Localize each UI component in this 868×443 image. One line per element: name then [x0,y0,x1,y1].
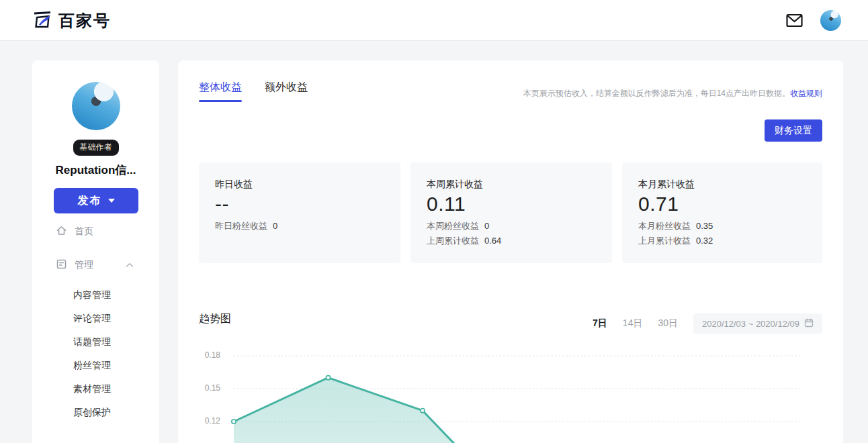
manage-doc-icon [56,258,67,273]
stat-card-yesterday: 昨日收益 -- 昨日粉丝收益0 [199,162,400,263]
baijiahao-logo[interactable]: 百家号 [32,9,111,32]
stat-subrow: 本月粉丝收益0.35 [638,219,713,234]
income-rules-link[interactable]: 收益规则 [790,89,822,98]
subrow-value: 0 [484,221,489,231]
sidebar-item-content-manage[interactable]: 内容管理 [32,288,159,301]
y-axis-tick: 0.18 [190,350,220,360]
stat-subrow: 上月累计收益0.32 [638,234,713,248]
tab-label: 整体收益 [199,81,242,93]
baijiahao-logo-mark-icon [32,9,52,32]
sidebar-nav: 首页 管理 内容管理 评论管理 话题管理 粉丝管理 素材管理 原创保护 [32,225,159,429]
chart-point-markers [232,375,425,424]
home-icon [56,225,67,239]
stat-value: -- [215,193,400,215]
subrow-label: 本月粉丝收益 [638,221,691,231]
subrow-value: 0.32 [696,236,713,246]
subrow-value: 0 [273,221,277,231]
stat-value: 0.11 [427,193,612,215]
subrow-label: 上月累计收益 [638,236,691,246]
period-7d[interactable]: 7日 [593,317,607,330]
subrow-label: 昨日粉丝收益 [215,221,267,231]
trend-chart-title: 趋势图 [199,312,231,326]
date-range-picker[interactable]: 2020/12/03 ~ 2020/12/09 [693,313,822,334]
tab-extra-income[interactable]: 额外收益 [265,81,308,102]
sidebar-item-material-manage[interactable]: 素材管理 [32,382,159,395]
brand-name: 百家号 [58,10,111,32]
tab-label: 额外收益 [265,81,308,93]
page: 百家号 基础作者 Reputation信... 发布 [0,0,868,443]
mail-icon[interactable] [786,13,803,28]
income-tabs: 整体收益 额外收益 [199,81,308,102]
publish-button[interactable]: 发布 [54,188,138,213]
stat-subrow: 上周累计收益0.64 [427,234,501,248]
main-panel: 整体收益 额外收益 本页展示预估收入，结算金额以反作弊滤后为准，每日14点产出昨… [178,60,843,443]
profile-avatar[interactable] [72,82,120,130]
caret-down-icon [108,199,115,203]
subrow-value: 0.64 [484,236,501,246]
chart-trend-line [234,378,517,443]
author-level-badge: 基础作者 [73,140,119,156]
username: Reputation信... [32,162,159,178]
income-disclaimer: 本页展示预估收入，结算金额以反作弊滤后为准，每日14点产出昨日数据。收益规则 [523,88,822,99]
sidebar-item-topic-manage[interactable]: 话题管理 [32,335,159,348]
sidebar-item-comment-manage[interactable]: 评论管理 [32,311,159,325]
period-30d[interactable]: 30日 [658,317,678,330]
finance-settings-button[interactable]: 财务设置 [765,119,822,142]
stat-card-month: 本月累计收益 0.71 本月粉丝收益0.35 上月累计收益0.32 [622,162,822,263]
sidebar-item-home[interactable]: 首页 [32,225,159,238]
y-axis-tick: 0.15 [190,383,220,393]
sidebar-item-manage[interactable]: 管理 [32,258,159,272]
top-header: 百家号 [0,0,868,41]
stat-subrow: 昨日粉丝收益0 [215,219,277,234]
sidebar: 基础作者 Reputation信... 发布 首页 管理 [32,60,159,443]
trend-controls: 7日 14日 30日 2020/12/03 ~ 2020/12/09 [593,313,822,334]
y-axis-tick: 0.12 [190,416,220,426]
chart-gridlines [234,356,799,422]
calendar-icon [804,318,814,330]
chart-area-fill [234,378,517,443]
header-actions [786,0,841,40]
sidebar-item-label: 管理 [75,259,93,271]
publish-label: 发布 [78,194,102,208]
period-14d[interactable]: 14日 [623,317,643,330]
tab-overall-income[interactable]: 整体收益 [199,81,242,102]
subrow-label: 上周累计收益 [427,236,479,246]
stat-value: 0.71 [638,193,822,215]
stat-title: 本月累计收益 [638,179,822,191]
manage-submenu: 内容管理 评论管理 话题管理 粉丝管理 素材管理 原创保护 [32,288,159,419]
active-tab-underline [199,100,242,102]
sidebar-item-label: 首页 [75,226,93,238]
subrow-value: 0.35 [696,221,713,231]
sidebar-item-original-protect[interactable]: 原创保护 [32,405,159,419]
stat-card-week: 本周累计收益 0.11 本周粉丝收益0 上周累计收益0.64 [410,162,612,263]
stat-title: 本周累计收益 [427,179,612,191]
sidebar-item-fans-manage[interactable]: 粉丝管理 [32,358,159,372]
stat-cards: 昨日收益 -- 昨日粉丝收益0 本周累计收益 0.11 本周粉丝收益0 上周累计… [199,162,822,263]
date-range-value: 2020/12/03 ~ 2020/12/09 [702,319,799,329]
stat-title: 昨日收益 [215,179,400,191]
subrow-label: 本周粉丝收益 [427,221,479,231]
header-user-avatar[interactable] [820,10,841,31]
profile-block: 基础作者 Reputation信... [32,60,159,178]
chevron-up-icon [126,262,134,268]
disclaimer-text: 本页展示预估收入，结算金额以反作弊滤后为准，每日14点产出昨日数据。 [523,89,790,98]
stat-subrow: 本周粉丝收益0 [427,219,501,234]
